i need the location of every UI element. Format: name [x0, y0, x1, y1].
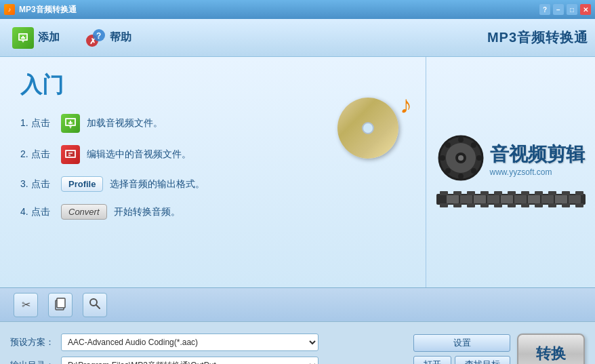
- step-4-label: 4. 点击: [20, 206, 54, 218]
- close-button[interactable]: ✕: [580, 4, 591, 15]
- svg-rect-52: [575, 203, 583, 207]
- svg-rect-51: [562, 203, 570, 207]
- settings-left: 预设方案： AAC-Advanced Audio Coding(*.aac) 输…: [10, 333, 407, 364]
- output-row: 输出目录： D:\Program Files\MP3音频转换通\OutPut: [10, 357, 407, 364]
- svg-rect-13: [68, 123, 73, 124]
- toolbar: 添加 ✗ ? 帮助 MP3音频转换通: [0, 19, 595, 57]
- settings-area: 预设方案： AAC-Advanced Audio Coding(*.aac) 输…: [0, 321, 595, 364]
- svg-rect-58: [514, 195, 527, 203]
- svg-rect-43: [453, 203, 461, 207]
- preset-select[interactable]: AAC-Advanced Audio Coding(*.aac): [61, 333, 319, 351]
- convert-intro-button[interactable]: Convert: [61, 204, 107, 220]
- app-title: MP3音频转换通: [487, 28, 588, 47]
- main-area: 入门 ♪ 1. 点击: [0, 57, 595, 287]
- search-button[interactable]: [83, 293, 107, 317]
- brand-text-block: 音视频剪辑 www.yyzsoft.com: [490, 142, 585, 177]
- copy-button[interactable]: [48, 293, 73, 317]
- cd-circle: [337, 98, 398, 159]
- svg-rect-59: [528, 195, 540, 203]
- step-2-text: 编辑选中的音视频文件。: [87, 148, 191, 161]
- help-label: 帮助: [110, 31, 131, 45]
- svg-rect-45: [480, 203, 489, 207]
- svg-rect-34: [480, 191, 489, 195]
- step-4-text: 开始转换音频。: [114, 206, 180, 218]
- svg-rect-32: [453, 191, 461, 195]
- open-button[interactable]: 打开: [413, 356, 451, 364]
- svg-rect-41: [575, 191, 583, 195]
- brand-row: 音视频剪辑 www.yyzsoft.com: [437, 134, 585, 184]
- help-toolbar-button[interactable]: ✗ ? 帮助: [79, 24, 137, 52]
- preset-row: 预设方案： AAC-Advanced Audio Coding(*.aac): [10, 333, 407, 351]
- svg-rect-54: [460, 195, 472, 203]
- svg-rect-60: [541, 195, 554, 203]
- svg-rect-64: [57, 298, 65, 308]
- svg-rect-33: [467, 191, 475, 195]
- intro-step-4: 4. 点击 Convert 开始转换音频。: [20, 204, 405, 220]
- svg-point-23: [458, 174, 464, 179]
- svg-rect-53: [447, 195, 459, 203]
- svg-rect-48: [521, 203, 529, 207]
- svg-rect-40: [562, 191, 570, 195]
- step-1-label: 1. 点击: [20, 117, 54, 129]
- add-button[interactable]: 添加: [7, 24, 65, 52]
- profile-button[interactable]: Profile: [61, 176, 103, 192]
- convert-button[interactable]: 转换: [517, 333, 585, 364]
- search-icon: [88, 297, 102, 313]
- cd-decoration: ♪: [337, 98, 405, 165]
- intro-title: 入门: [20, 70, 405, 100]
- svg-point-27: [471, 168, 476, 174]
- svg-rect-56: [487, 195, 499, 203]
- svg-rect-35: [494, 191, 502, 195]
- step-2-label: 2. 点击: [20, 148, 54, 161]
- cd-hole: [362, 122, 374, 134]
- step-2-icon: [61, 145, 80, 164]
- copy-icon: [54, 297, 67, 313]
- brand-panel: 音视频剪辑 www.yyzsoft.com: [426, 57, 595, 287]
- main-wrapper: 入门 ♪ 1. 点击: [0, 57, 595, 364]
- svg-marker-2: [22, 41, 24, 43]
- svg-rect-4: [21, 37, 25, 39]
- svg-rect-39: [548, 191, 556, 195]
- intro-step-3: 3. 点击 Profile 选择音频的输出格式。: [20, 176, 405, 192]
- maximize-button[interactable]: □: [567, 4, 577, 15]
- svg-rect-49: [535, 203, 543, 207]
- svg-rect-47: [508, 203, 516, 207]
- title-bar-left: ♪ MP3音频转换通: [4, 4, 77, 16]
- step-3-label: 3. 点击: [20, 178, 54, 190]
- find-button[interactable]: 查找目标: [455, 356, 510, 364]
- cut-button[interactable]: ✂: [14, 293, 38, 317]
- help-icon: ✗ ?: [84, 27, 106, 49]
- title-bar: ♪ MP3音频转换通 ? − □ ✕: [0, 0, 595, 19]
- settings-button[interactable]: 设置: [413, 334, 510, 352]
- svg-rect-38: [535, 191, 543, 195]
- output-select[interactable]: D:\Program Files\MP3音频转换通\OutPut: [61, 357, 319, 364]
- cut-icon: ✂: [22, 298, 30, 311]
- window-title: MP3音频转换通: [19, 4, 77, 16]
- svg-point-22: [458, 137, 464, 142]
- settings-mid-buttons: 设置 打开 查找目标: [413, 333, 510, 364]
- brand-url: www.yyzsoft.com: [490, 167, 585, 177]
- preset-label: 预设方案：: [10, 336, 54, 348]
- step-1-text: 加载音视频文件。: [87, 117, 163, 129]
- step-1-icon: [61, 114, 80, 133]
- svg-rect-50: [548, 203, 556, 207]
- music-note-icon: ♪: [400, 91, 412, 119]
- settings-main: 预设方案： AAC-Advanced Audio Coding(*.aac) 输…: [10, 333, 585, 364]
- film-strip-decoration: [436, 191, 586, 210]
- add-label: 添加: [38, 31, 60, 45]
- intro-panel: 入门 ♪ 1. 点击: [0, 57, 426, 287]
- svg-rect-46: [494, 203, 502, 207]
- app-icon: ♪: [4, 4, 15, 15]
- minimize-button[interactable]: −: [553, 4, 564, 15]
- svg-rect-62: [569, 195, 581, 203]
- help-button[interactable]: ?: [539, 4, 550, 15]
- svg-rect-61: [555, 195, 567, 203]
- svg-point-21: [458, 155, 464, 161]
- output-label: 输出目录：: [10, 359, 54, 364]
- svg-rect-31: [440, 191, 448, 195]
- svg-point-25: [476, 155, 482, 161]
- brand-main-text: 音视频剪辑: [490, 142, 585, 167]
- svg-text:?: ?: [96, 31, 101, 41]
- brand-content: 音视频剪辑 www.yyzsoft.com: [436, 134, 586, 210]
- svg-rect-57: [501, 195, 513, 203]
